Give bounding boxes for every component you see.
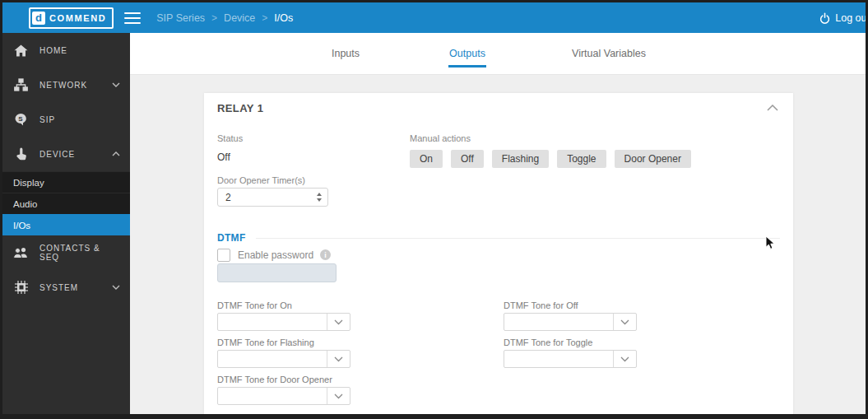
stepper-up-icon [317,193,322,196]
dtmf-section-title: DTMF [217,232,246,244]
breadcrumb-item-ios: I/Os [274,12,293,24]
door-opener-timer-input-wrap [217,188,328,207]
status-value: Off [217,151,410,163]
sidebar-item-label: DEVICE [39,150,75,159]
dtmf-tone-off-select[interactable] [504,313,637,331]
chevron-up-icon [767,105,778,111]
tab-outputs[interactable]: Outputs [449,33,485,74]
dtmf-tone-toggle-label: DTMF Tone for Toggle [504,338,780,347]
status-manual-row: Status Off Manual actions On Off Flashin… [217,133,780,168]
tab-bar: Inputs Outputs Virtual Variables [130,33,866,75]
dtmf-tone-off-label: DTMF Tone for Off [504,300,780,310]
chevron-down-icon [112,82,120,87]
topbar: d COMMEND SIP Series > Device > I/Os Log… [2,2,866,33]
dtmf-tone-flashing-label: DTMF Tone for Flashing [217,338,504,347]
app-window: d COMMEND SIP Series > Device > I/Os Log… [2,2,866,414]
sidebar-item-contacts-seq[interactable]: CONTACTS & SEQ [2,235,130,270]
manual-actions-buttons: On Off Flashing Toggle Door Opener [410,150,780,168]
sidebar-item-label: CONTACTS & SEQ [39,244,120,262]
dtmf-tone-door-opener-select[interactable] [217,387,350,405]
dtmf-tone-on-select[interactable] [217,313,350,331]
relay-1-card: RELAY 1 Status Off Manual actions [204,93,793,414]
breadcrumb-separator: > [211,12,217,24]
enable-password-label: Enable password [238,249,313,261]
dtmf-tone-door-opener-label: DTMF Tone for Door Opener [217,375,504,384]
sidebar-item-device[interactable]: DEVICE [2,137,130,171]
sidebar-subitem-label: I/Os [13,221,30,230]
manual-off-button[interactable]: Off [451,150,484,168]
dtmf-tone-flashing-select[interactable] [217,350,350,368]
system-chip-icon [13,281,29,294]
commend-web-config: { "colors": { "accent": "#1a86c8", "topb… [0,0,868,419]
commend-logo[interactable]: d COMMEND [29,7,114,29]
home-icon [13,44,29,57]
sidebar-subitem-label: Display [13,178,44,188]
relay-card-header: RELAY 1 [217,93,780,114]
number-stepper[interactable] [317,189,322,206]
sidebar-subitem-ios[interactable]: I/Os [2,214,130,235]
logout-button[interactable]: Log out [819,2,866,33]
dtmf-tone-on-label: DTMF Tone for On [217,300,504,310]
chevron-down-icon [112,285,120,290]
dtmf-tone-on-field: DTMF Tone for On [217,300,504,331]
dtmf-section-header: DTMF [217,232,780,244]
sidebar-subitem-audio[interactable]: Audio [2,193,130,214]
status-block: Status Off [217,133,410,168]
device-touch-icon [13,147,29,161]
sidebar-subitem-label: Audio [13,199,37,209]
chevron-up-icon [112,151,120,156]
menu-toggle-button[interactable] [124,12,141,24]
stepper-down-icon [317,198,322,202]
power-icon [819,12,830,24]
sidebar-subitem-display[interactable]: Display [2,171,130,193]
chevron-down-icon [613,351,636,367]
enable-password-checkbox[interactable] [217,249,230,262]
breadcrumb-separator: > [262,12,267,24]
dtmf-tone-grid: DTMF Tone for On DTMF Tone for Off [217,300,780,412]
info-icon[interactable]: i [320,249,331,260]
breadcrumb: SIP Series > Device > I/Os [156,12,293,24]
dtmf-password-input[interactable] [217,263,337,282]
breadcrumb-item-device[interactable]: Device [224,12,255,24]
manual-door-opener-button[interactable]: Door Opener [615,150,691,168]
collapse-card-button[interactable] [765,103,780,113]
manual-flashing-button[interactable]: Flashing [492,150,549,168]
sidebar-item-sip[interactable]: S SIP [2,102,130,137]
dtmf-tone-door-opener-field: DTMF Tone for Door Opener [217,375,504,405]
sidebar: HOME NETWORK S SIP [2,33,130,414]
manual-actions-label: Manual actions [410,133,780,143]
breadcrumb-item-sip-series[interactable]: SIP Series [156,12,205,24]
sidebar-item-system[interactable]: SYSTEM [2,270,130,305]
section-divider [256,238,780,239]
dtmf-tone-toggle-select[interactable] [504,350,637,368]
chevron-down-icon [613,314,636,330]
door-opener-timer-field: Door Opener Timer(s) [217,175,780,207]
sidebar-item-label: SIP [39,115,55,124]
content-area: RELAY 1 Status Off Manual actions [130,75,866,414]
commend-logo-icon: d [32,12,45,25]
commend-logo-text: COMMEND [49,13,106,23]
tab-inputs[interactable]: Inputs [332,33,360,74]
enable-password-row: Enable password i [217,249,780,261]
status-label: Status [217,133,410,143]
network-icon [13,78,29,91]
svg-text:S: S [18,115,23,123]
tab-virtual-variables[interactable]: Virtual Variables [572,33,646,74]
device-submenu: Display Audio I/Os [2,171,130,235]
door-opener-timer-input[interactable] [218,192,308,203]
sip-bubble-icon: S [13,113,29,126]
manual-toggle-button[interactable]: Toggle [557,150,606,168]
sidebar-item-label: NETWORK [39,81,87,90]
logout-label: Log out [835,12,866,24]
sidebar-item-label: SYSTEM [39,283,78,292]
dtmf-tone-toggle-field: DTMF Tone for Toggle [504,338,780,368]
chevron-down-icon [327,351,350,367]
sidebar-item-label: HOME [39,46,67,55]
relay-card-title: RELAY 1 [217,102,263,114]
chevron-down-icon [327,388,350,404]
sidebar-item-home[interactable]: HOME [2,33,130,68]
dtmf-tone-off-field: DTMF Tone for Off [504,300,780,331]
sidebar-item-network[interactable]: NETWORK [2,68,130,102]
door-opener-timer-label: Door Opener Timer(s) [217,175,780,185]
manual-on-button[interactable]: On [410,150,443,168]
